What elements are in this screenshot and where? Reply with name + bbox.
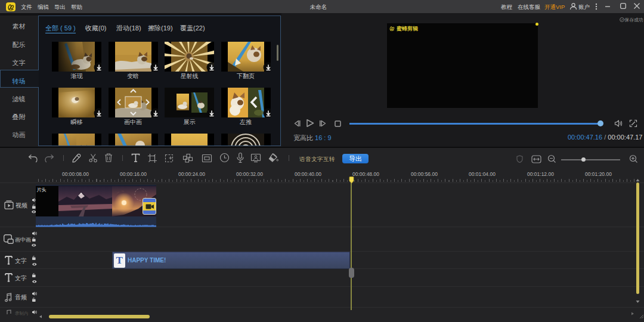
svg-text:蜜蜂剪辑: 蜜蜂剪辑 [397, 26, 419, 32]
